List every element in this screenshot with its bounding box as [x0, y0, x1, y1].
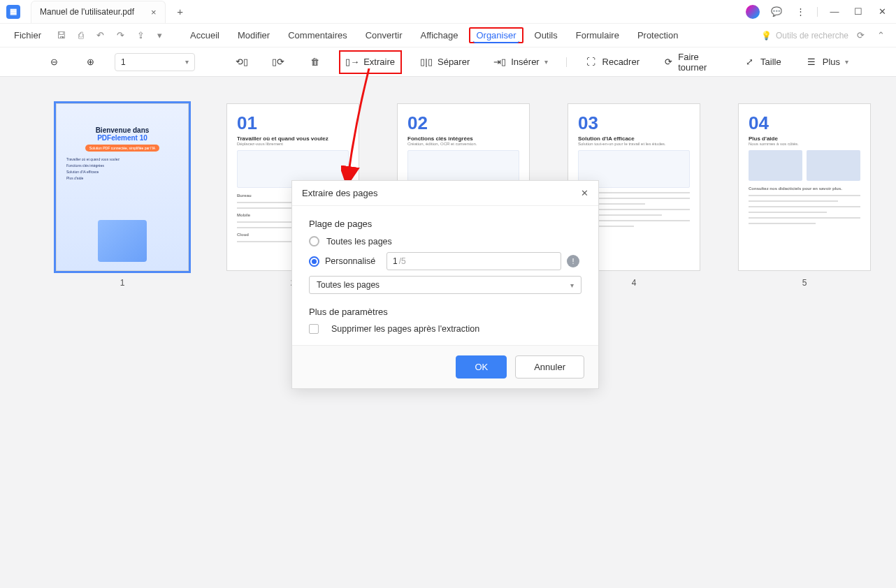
- save-icon[interactable]: 🖫: [52, 27, 70, 43]
- chat-icon[interactable]: 💬: [769, 6, 783, 17]
- menu-affichage[interactable]: Affichage: [413, 26, 465, 45]
- section-page-range: Plage de pages: [309, 219, 581, 229]
- size-button[interactable]: ⤢Taille: [737, 52, 787, 73]
- menu-organiser[interactable]: Organiser: [473, 29, 519, 43]
- resize-icon: ⤢: [743, 56, 756, 68]
- page-range-input[interactable]: 1 /5: [386, 252, 561, 270]
- radio-all-pages[interactable]: [309, 236, 319, 247]
- trash-icon: 🗑: [308, 56, 321, 68]
- print-icon[interactable]: ⎙: [74, 27, 88, 43]
- menubar: Fichier 🖫 ⎙ ↶ ↷ ⇪ ▾ Accueil Modifier Com…: [0, 24, 896, 47]
- more-icon[interactable]: ⋮: [793, 6, 807, 17]
- split-button[interactable]: ▯|▯Séparer: [414, 52, 475, 73]
- rotate-right-icon: ▯⟳: [272, 56, 284, 68]
- cloud-icon[interactable]: ⟳: [853, 27, 869, 43]
- search-tools[interactable]: 💡 Outils de recherche: [761, 31, 848, 41]
- checkbox-delete-after[interactable]: [309, 324, 319, 334]
- zoom-out-icon: ⊖: [48, 56, 60, 68]
- menu-outils[interactable]: Outils: [528, 26, 565, 45]
- rotate-left-icon: ⟲▯: [236, 56, 248, 68]
- document-tab[interactable]: Manuel de l'utilisateur.pdf ×: [31, 1, 166, 23]
- new-tab-button[interactable]: +: [171, 3, 189, 21]
- avatar[interactable]: [746, 5, 760, 19]
- delete-page-button[interactable]: 🗑: [303, 52, 326, 73]
- highlight-organiser: Organiser: [469, 27, 523, 43]
- ok-button[interactable]: OK: [456, 355, 507, 378]
- redo-icon[interactable]: ↷: [113, 27, 129, 43]
- more-button[interactable]: ☰Plus▾: [800, 52, 854, 73]
- close-button[interactable]: ✕: [875, 6, 889, 17]
- insert-icon: ⇥▯: [493, 56, 506, 68]
- titlebar: ▦ Manuel de l'utilisateur.pdf × + 💬 ⋮ — …: [0, 0, 896, 24]
- minimize-button[interactable]: —: [828, 6, 841, 17]
- thumbnail-1[interactable]: Bienvenue dans PDFelement 10 Solution PD…: [56, 103, 189, 288]
- lightbulb-icon: 💡: [761, 31, 772, 41]
- dialog-close-icon[interactable]: ✕: [581, 188, 588, 198]
- chevron-down-icon: ▾: [544, 58, 548, 66]
- dialog-title: Extraire des pages: [302, 188, 377, 198]
- rotate-icon: ⟳: [663, 56, 673, 68]
- maximize-button[interactable]: ☐: [851, 6, 865, 17]
- tab-title: Manuel de l'utilisateur.pdf: [40, 7, 134, 17]
- split-icon: ▯|▯: [420, 56, 433, 68]
- menu-accueil[interactable]: Accueil: [183, 26, 226, 45]
- menu-convertir[interactable]: Convertir: [359, 26, 410, 45]
- rotate-left-button[interactable]: ⟲▯: [230, 52, 254, 73]
- toolbar: ⊖ ⊕ 1 ▾ ⟲▯ ▯⟳ 🗑 ▯→ Extraire ▯|▯Séparer ⇥…: [0, 47, 896, 77]
- highlight-extraire: ▯→ Extraire: [339, 50, 402, 74]
- zoom-out-button[interactable]: ⊖: [42, 52, 66, 73]
- page-preview: 04 Plus d'aide Nous sommes à vos côtés. …: [738, 103, 871, 271]
- extract-button[interactable]: ▯→ Extraire: [345, 54, 396, 70]
- menu-formulaire[interactable]: Formulaire: [569, 26, 626, 45]
- extract-pages-dialog: Extraire des pages ✕ Plage de pages Tout…: [291, 180, 599, 389]
- section-more-params: Plus de paramètres: [309, 307, 581, 317]
- app-icon: ▦: [0, 2, 27, 22]
- rotate-button[interactable]: ⟳Faire tourner: [658, 47, 725, 77]
- menu-protection[interactable]: Protection: [630, 26, 686, 45]
- tab-close-icon[interactable]: ×: [151, 7, 157, 17]
- zoom-in-button[interactable]: ⊕: [78, 52, 102, 73]
- crop-button[interactable]: ⛶Recadrer: [579, 52, 645, 73]
- page-filter-select[interactable]: Toutes les pages ▾: [309, 276, 581, 294]
- dropdown-icon[interactable]: ▾: [153, 27, 166, 43]
- radio-custom[interactable]: [309, 256, 319, 267]
- chevron-down-icon: ▾: [845, 58, 848, 66]
- chevron-down-icon: ▾: [185, 58, 189, 66]
- page-number-input[interactable]: 1 ▾: [115, 53, 195, 71]
- collapse-icon[interactable]: ⌃: [873, 27, 889, 43]
- menu-icon: ☰: [805, 56, 818, 68]
- cancel-button[interactable]: Annuler: [515, 355, 584, 378]
- menu-commentaires[interactable]: Commentaires: [281, 26, 354, 45]
- insert-button[interactable]: ⇥▯Insérer▾: [488, 52, 553, 73]
- extract-icon: ▯→: [346, 56, 359, 68]
- undo-icon[interactable]: ↶: [92, 27, 108, 43]
- menu-modifier[interactable]: Modifier: [231, 26, 277, 45]
- thumbnail-5[interactable]: 04 Plus d'aide Nous sommes à vos côtés. …: [738, 103, 871, 288]
- info-icon[interactable]: !: [567, 255, 579, 267]
- chevron-down-icon: ▾: [570, 281, 574, 289]
- menu-fichier[interactable]: Fichier: [7, 26, 48, 45]
- share-icon[interactable]: ⇪: [133, 27, 149, 43]
- page-preview: Bienvenue dans PDFelement 10 Solution PD…: [56, 103, 189, 271]
- crop-icon: ⛶: [585, 56, 598, 68]
- zoom-in-icon: ⊕: [84, 56, 96, 68]
- rotate-right-button[interactable]: ▯⟳: [266, 52, 290, 73]
